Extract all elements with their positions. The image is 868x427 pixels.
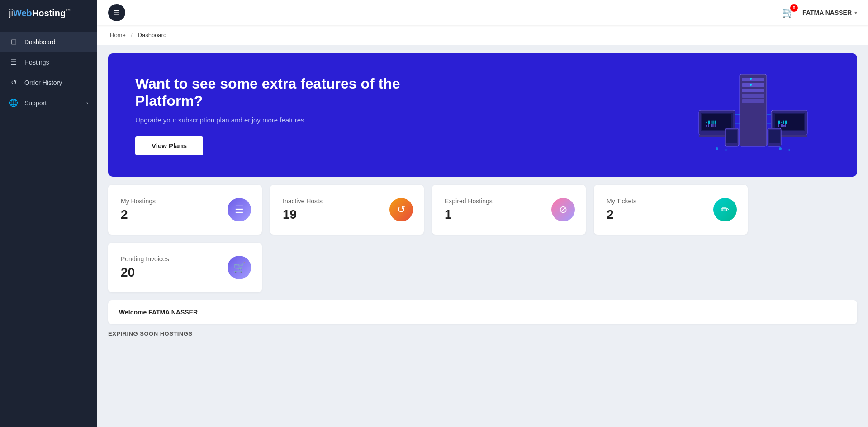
svg-rect-4 (742, 94, 764, 98)
welcome-text: Welcome FATMA NASSER (119, 309, 846, 316)
sidebar-item-hostings[interactable]: ☰ Hostings (0, 52, 97, 72)
logo-ji: ji (9, 8, 13, 18)
svg-rect-1 (742, 78, 764, 81)
svg-point-7 (750, 84, 752, 86)
sidebar-item-label-order-history: Order History (24, 79, 62, 86)
view-plans-button[interactable]: View Plans (135, 136, 203, 155)
svg-rect-27 (769, 130, 780, 143)
topbar-left: ☰ (108, 4, 125, 21)
promo-banner: Want to see some extra features of the P… (108, 53, 857, 177)
main-area: ☰ 🛒 0 FATMA NASSER ▾ Home / Dashboard Wa… (97, 0, 868, 427)
user-chevron-icon: ▾ (854, 10, 857, 16)
stats-row-2: Pending Invoices 20 🛒 (108, 243, 857, 292)
sidebar-nav: ⊞ Dashboard ☰ Hostings ↺ Order History 🌐… (0, 32, 97, 113)
pending-invoices-icon: 🛒 (228, 256, 251, 279)
stat-card-inactive-hosts[interactable]: Inactive Hosts 19 ↺ (270, 185, 424, 235)
svg-rect-5 (742, 99, 764, 103)
chevron-right-icon: › (86, 100, 88, 106)
breadcrumb-separator: / (131, 32, 133, 38)
svg-text:▌ █ ■▌: ▌ █ ■▌ (778, 124, 787, 127)
stats-row-1: My Hostings 2 ☰ Inactive Hosts 19 ↺ Expi… (108, 185, 857, 235)
svg-text:■ ▌ █▌▌: ■ ▌ █▌▌ (706, 124, 716, 127)
logo-tm: ™ (66, 8, 71, 14)
inactive-hosts-icon: ↺ (389, 198, 413, 221)
hamburger-icon: ☰ (114, 9, 120, 17)
sidebar: jiWebHosting™ ⊞ Dashboard ☰ Hostings ↺ O… (0, 0, 97, 427)
topbar-right: 🛒 0 FATMA NASSER ▾ (782, 7, 857, 19)
logo-hosting: Hosting (32, 8, 66, 18)
expiring-section-title: EXPIRING SOON HOSTINGS (108, 330, 857, 337)
svg-point-28 (716, 147, 718, 150)
svg-text:█ ■ ▌█: █ ■ ▌█ (778, 120, 787, 124)
svg-point-6 (750, 78, 752, 80)
support-icon: 🌐 (9, 99, 18, 107)
cart-area[interactable]: 🛒 0 (782, 7, 794, 19)
hostings-icon: ☰ (9, 58, 18, 66)
my-hostings-icon: ☰ (228, 198, 251, 221)
stat-card-expired-hostings[interactable]: Expired Hostings 1 ⊘ (432, 185, 586, 235)
sidebar-item-label-hostings: Hostings (24, 59, 49, 66)
dashboard-icon: ⊞ (9, 38, 18, 46)
user-name: FATMA NASSER (802, 9, 852, 16)
order-history-icon: ↺ (9, 78, 18, 87)
expired-hostings-icon: ⊘ (551, 198, 575, 221)
user-menu[interactable]: FATMA NASSER ▾ (802, 9, 857, 16)
breadcrumb-current: Dashboard (138, 32, 167, 38)
topbar: ☰ 🛒 0 FATMA NASSER ▾ (97, 0, 868, 25)
sidebar-item-dashboard[interactable]: ⊞ Dashboard (0, 32, 97, 52)
svg-point-29 (725, 149, 727, 151)
logo: jiWebHosting™ (0, 0, 97, 27)
svg-text:■ █ ▌▌█: ■ █ ▌▌█ (706, 120, 717, 124)
hamburger-button[interactable]: ☰ (108, 4, 125, 21)
stat-card-pending-invoices[interactable]: Pending Invoices 20 🛒 (108, 243, 262, 292)
content-area: Home / Dashboard Want to see some extra … (97, 25, 868, 427)
svg-rect-2 (742, 83, 764, 87)
svg-rect-3 (742, 89, 764, 92)
breadcrumb: Home / Dashboard (97, 25, 868, 45)
svg-rect-25 (726, 130, 737, 143)
sidebar-item-order-history[interactable]: ↺ Order History (0, 72, 97, 93)
stat-card-my-hostings[interactable]: My Hostings 2 ☰ (108, 185, 262, 235)
banner-heading: Want to see some extra features of the P… (135, 75, 407, 110)
stat-card-my-tickets[interactable]: My Tickets 2 ✏ (594, 185, 748, 235)
svg-point-31 (788, 149, 790, 151)
logo-web: Web (13, 8, 32, 18)
sidebar-item-support[interactable]: 🌐 Support › (0, 93, 97, 113)
sidebar-item-label-dashboard: Dashboard (24, 38, 56, 46)
my-tickets-icon: ✏ (713, 198, 737, 221)
welcome-section: Welcome FATMA NASSER (108, 300, 857, 324)
sidebar-item-label-support: Support (24, 99, 47, 107)
svg-point-30 (779, 147, 782, 150)
banner-illustration: ■ █ ▌▌█ ■ ▌ █▌▌ █ ■ ▌█ ▌ █ ■▌ (676, 70, 830, 160)
cart-badge: 0 (790, 4, 798, 12)
welcome-user-name: FATMA NASSER (148, 309, 198, 316)
breadcrumb-home[interactable]: Home (110, 32, 126, 38)
